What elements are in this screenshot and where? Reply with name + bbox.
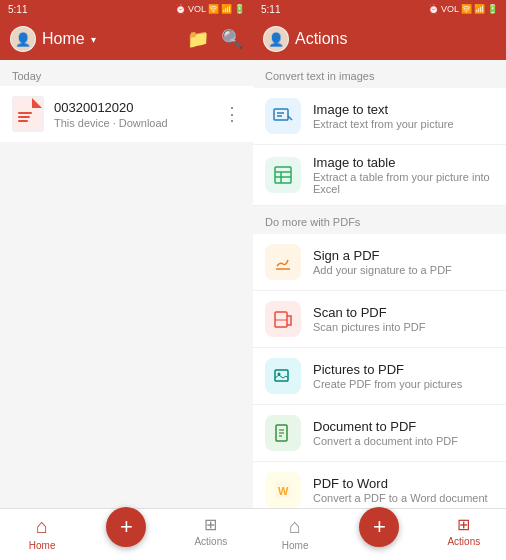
avatar[interactable]: 👤 <box>10 26 36 52</box>
nav-fab-right[interactable]: + <box>337 515 421 556</box>
nav-home[interactable]: ⌂ Home <box>0 515 84 556</box>
action-image-to-table-text: Image to table Extract a table from your… <box>313 155 494 195</box>
document-to-pdf-icon <box>265 415 301 451</box>
right-status-time: 5:11 <box>261 4 280 15</box>
action-document-to-pdf-text: Document to PDF Convert a document into … <box>313 419 494 447</box>
svg-rect-4 <box>274 109 288 120</box>
action-image-to-text[interactable]: Image to text Extract text from your pic… <box>253 88 506 145</box>
document-to-pdf-desc: Convert a document into PDF <box>313 435 494 447</box>
section-convert-text: Convert text in images <box>253 60 506 88</box>
left-top-icons: 📁 🔍 <box>187 28 243 50</box>
nav-actions-right[interactable]: ⊞ Actions <box>422 515 506 556</box>
left-title-group: 👤 Home ▾ <box>10 26 96 52</box>
svg-text:W: W <box>278 485 289 497</box>
right-title-group: 👤 Actions <box>263 26 347 52</box>
image-to-text-desc: Extract text from your picture <box>313 118 494 130</box>
svg-rect-2 <box>18 116 30 118</box>
svg-rect-3 <box>18 120 28 122</box>
nav-fab-left[interactable]: + <box>84 515 168 556</box>
today-label: Today <box>0 60 253 86</box>
action-sign-pdf-text: Sign a PDF Add your signature to a PDF <box>313 248 494 276</box>
image-to-table-icon <box>265 157 301 193</box>
file-item[interactable]: 00320012020 This device · Download ⋮ <box>0 86 253 142</box>
file-name: 00320012020 <box>54 100 213 115</box>
actions-icon-right: ⊞ <box>457 515 470 534</box>
action-image-to-text-text: Image to text Extract text from your pic… <box>313 102 494 130</box>
scan-to-pdf-icon <box>265 301 301 337</box>
nav-home-label: Home <box>29 540 56 551</box>
left-bottom-nav: ⌂ Home + ⊞ Actions <box>0 508 253 560</box>
image-to-table-desc: Extract a table from your picture into E… <box>313 171 494 195</box>
action-pictures-to-pdf[interactable]: Pictures to PDF Create PDF from your pic… <box>253 348 506 405</box>
svg-rect-1 <box>18 112 32 114</box>
right-page-title: Actions <box>295 30 347 48</box>
right-status-icons: ⏰ VOL 🛜 📶 🔋 <box>428 4 498 14</box>
pdf-to-word-title: PDF to Word <box>313 476 494 491</box>
left-status-time: 5:11 <box>8 4 27 15</box>
action-document-to-pdf[interactable]: Document to PDF Convert a document into … <box>253 405 506 462</box>
image-to-text-icon <box>265 98 301 134</box>
scan-to-pdf-title: Scan to PDF <box>313 305 494 320</box>
right-bottom-nav: ⌂ Home + ⊞ Actions <box>253 508 506 560</box>
file-meta: This device · Download <box>54 117 213 129</box>
search-icon[interactable]: 🔍 <box>221 28 243 50</box>
nav-home-label-right: Home <box>282 540 309 551</box>
action-pdf-to-word-text: PDF to Word Convert a PDF to a Word docu… <box>313 476 494 504</box>
action-image-to-table[interactable]: Image to table Extract a table from your… <box>253 145 506 206</box>
left-top-bar: 👤 Home ▾ 📁 🔍 <box>0 18 253 60</box>
action-pdf-to-word[interactable]: W PDF to Word Convert a PDF to a Word do… <box>253 462 506 508</box>
home-icon: ⌂ <box>36 515 48 538</box>
action-scan-to-pdf[interactable]: Scan to PDF Scan pictures into PDF <box>253 291 506 348</box>
sign-pdf-title: Sign a PDF <box>313 248 494 263</box>
action-scan-to-pdf-text: Scan to PDF Scan pictures into PDF <box>313 305 494 333</box>
right-top-bar: 👤 Actions <box>253 18 506 60</box>
nav-actions-label: Actions <box>194 536 227 547</box>
nav-actions-label-right: Actions <box>447 536 480 547</box>
left-content: Today 00320012020 This device · Download… <box>0 60 253 508</box>
svg-rect-7 <box>275 167 291 183</box>
image-to-text-title: Image to text <box>313 102 494 117</box>
file-info: 00320012020 This device · Download <box>54 100 213 129</box>
actions-icon: ⊞ <box>204 515 217 534</box>
sign-pdf-icon <box>265 244 301 280</box>
chevron-down-icon[interactable]: ▾ <box>91 34 96 45</box>
image-to-table-title: Image to table <box>313 155 494 170</box>
actions-content: Convert text in images Image to text Ext… <box>253 60 506 508</box>
right-avatar[interactable]: 👤 <box>263 26 289 52</box>
section-pdfs: Do more with PDFs <box>253 206 506 234</box>
nav-home-right[interactable]: ⌂ Home <box>253 515 337 556</box>
fab-button[interactable]: + <box>106 507 146 547</box>
more-options-icon[interactable]: ⋮ <box>223 103 241 125</box>
action-pictures-to-pdf-text: Pictures to PDF Create PDF from your pic… <box>313 362 494 390</box>
left-page-title: Home <box>42 30 85 48</box>
pictures-to-pdf-icon <box>265 358 301 394</box>
fab-button-right[interactable]: + <box>359 507 399 547</box>
pdf-to-word-icon: W <box>265 472 301 508</box>
pictures-to-pdf-desc: Create PDF from your pictures <box>313 378 494 390</box>
left-status-bar: 5:11 ⏰ VOL 🛜 📶 🔋 <box>0 0 253 18</box>
folder-icon[interactable]: 📁 <box>187 28 209 50</box>
left-panel: 5:11 ⏰ VOL 🛜 📶 🔋 👤 Home ▾ 📁 🔍 Today <box>0 0 253 560</box>
home-icon-right: ⌂ <box>289 515 301 538</box>
sign-pdf-desc: Add your signature to a PDF <box>313 264 494 276</box>
document-to-pdf-title: Document to PDF <box>313 419 494 434</box>
scan-to-pdf-desc: Scan pictures into PDF <box>313 321 494 333</box>
left-status-icons: ⏰ VOL 🛜 📶 🔋 <box>175 4 245 14</box>
pictures-to-pdf-title: Pictures to PDF <box>313 362 494 377</box>
file-icon <box>12 96 44 132</box>
pdf-to-word-desc: Convert a PDF to a Word document <box>313 492 494 504</box>
action-sign-pdf[interactable]: Sign a PDF Add your signature to a PDF <box>253 234 506 291</box>
nav-actions-left[interactable]: ⊞ Actions <box>169 515 253 556</box>
right-status-bar: 5:11 ⏰ VOL 🛜 📶 🔋 <box>253 0 506 18</box>
right-panel: 5:11 ⏰ VOL 🛜 📶 🔋 👤 Actions Convert text … <box>253 0 506 560</box>
